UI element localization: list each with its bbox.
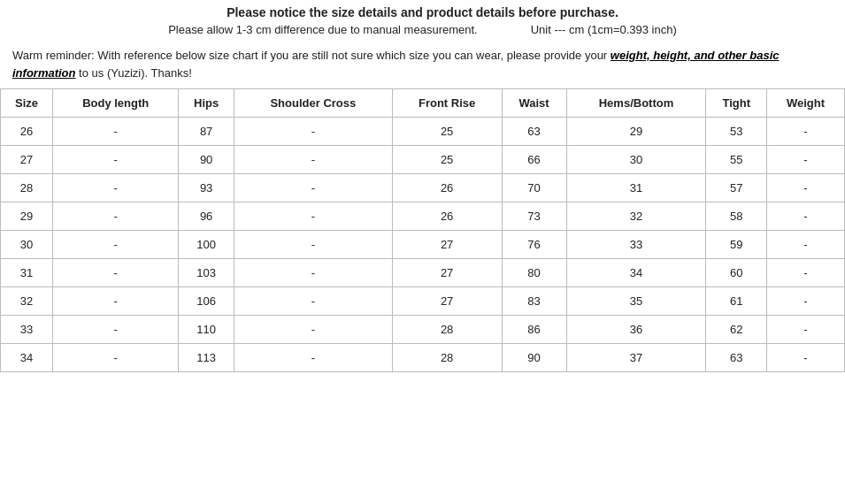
table-cell: 27 — [392, 287, 502, 316]
table-cell: 25 — [392, 146, 502, 174]
table-cell: 25 — [392, 118, 502, 146]
table-cell: 55 — [706, 146, 766, 174]
table-cell: - — [766, 287, 844, 316]
table-cell: 26 — [1, 118, 53, 146]
table-cell: - — [53, 231, 179, 259]
table-cell: 61 — [706, 287, 766, 316]
table-cell: 28 — [1, 174, 53, 202]
table-cell: 90 — [502, 344, 566, 372]
table-cell: 35 — [566, 287, 706, 316]
table-cell: 37 — [566, 344, 706, 372]
column-header: Weight — [766, 89, 844, 118]
table-row: 30-100-27763359- — [1, 231, 845, 259]
table-cell: - — [234, 316, 393, 344]
table-cell: 28 — [392, 344, 502, 372]
table-cell: 87 — [179, 118, 234, 146]
table-cell: - — [234, 344, 393, 372]
table-cell: 66 — [502, 146, 566, 174]
table-cell: 29 — [566, 118, 706, 146]
table-cell: - — [53, 287, 179, 316]
table-cell: 103 — [179, 259, 234, 287]
column-header: Size — [1, 89, 53, 118]
table-cell: - — [234, 118, 393, 146]
table-cell: - — [234, 146, 393, 174]
table-cell: 27 — [392, 231, 502, 259]
table-cell: - — [766, 118, 844, 146]
table-cell: 57 — [706, 174, 766, 202]
table-row: 33-110-28863662- — [1, 316, 845, 344]
table-cell: 110 — [179, 316, 234, 344]
table-cell: 62 — [706, 316, 766, 344]
column-header: Hems/Bottom — [566, 89, 706, 118]
table-cell: 27 — [1, 146, 53, 174]
table-cell: 53 — [706, 118, 766, 146]
size-chart-table: SizeBody lengthHipsShoulder CrossFront R… — [0, 88, 845, 372]
notice-section: Please notice the size details and produ… — [0, 0, 845, 43]
table-cell: 70 — [502, 174, 566, 202]
table-cell: 28 — [392, 316, 502, 344]
table-cell: 27 — [392, 259, 502, 287]
table-cell: - — [234, 174, 393, 202]
table-cell: 58 — [706, 202, 766, 231]
table-cell: - — [234, 231, 393, 259]
table-cell: 34 — [1, 344, 53, 372]
table-cell: - — [766, 259, 844, 287]
table-cell: - — [766, 316, 844, 344]
table-cell: - — [53, 259, 179, 287]
notice-unit: Unit --- cm (1cm=0.393 inch) — [531, 23, 677, 36]
table-cell: 31 — [1, 259, 53, 287]
table-cell: - — [234, 259, 393, 287]
table-row: 28-93-26703157- — [1, 174, 845, 202]
table-cell: - — [53, 174, 179, 202]
table-cell: 32 — [566, 202, 706, 231]
table-cell: - — [53, 316, 179, 344]
table-row: 27-90-25663055- — [1, 146, 845, 174]
table-cell: 86 — [502, 316, 566, 344]
table-cell: 80 — [502, 259, 566, 287]
table-cell: - — [234, 202, 393, 231]
table-cell: 100 — [179, 231, 234, 259]
table-cell: 30 — [1, 231, 53, 259]
table-row: 29-96-26733258- — [1, 202, 845, 231]
table-cell: - — [766, 231, 844, 259]
table-cell: 73 — [502, 202, 566, 231]
table-row: 32-106-27833561- — [1, 287, 845, 316]
table-cell: - — [53, 146, 179, 174]
table-cell: 96 — [179, 202, 234, 231]
notice-line1: Please notice the size details and produ… — [9, 5, 836, 19]
column-header: Tight — [706, 89, 766, 118]
table-cell: 26 — [392, 202, 502, 231]
table-cell: 90 — [179, 146, 234, 174]
table-row: 26-87-25632953- — [1, 118, 845, 146]
table-cell: 33 — [566, 231, 706, 259]
column-header: Waist — [502, 89, 566, 118]
table-cell: 60 — [706, 259, 766, 287]
table-cell: 29 — [1, 202, 53, 231]
column-header: Front Rise — [392, 89, 502, 118]
table-cell: - — [53, 202, 179, 231]
table-header-row: SizeBody lengthHipsShoulder CrossFront R… — [1, 89, 845, 118]
table-cell: - — [234, 287, 393, 316]
table-cell: 63 — [502, 118, 566, 146]
table-cell: 83 — [502, 287, 566, 316]
column-header: Hips — [179, 89, 234, 118]
table-row: 31-103-27803460- — [1, 259, 845, 287]
notice-line2: Please allow 1-3 cm difference due to ma… — [9, 23, 836, 36]
table-cell: 31 — [566, 174, 706, 202]
table-cell: 63 — [706, 344, 766, 372]
table-cell: - — [53, 118, 179, 146]
column-header: Shoulder Cross — [234, 89, 393, 118]
table-cell: 76 — [502, 231, 566, 259]
table-cell: 33 — [1, 316, 53, 344]
table-cell: - — [766, 146, 844, 174]
table-row: 34-113-28903763- — [1, 344, 845, 372]
warm-reminder-suffix: to us (Yuzizi). Thanks! — [76, 66, 192, 80]
warm-reminder-section: Warm reminder: With reference below size… — [0, 43, 845, 88]
table-cell: 106 — [179, 287, 234, 316]
table-cell: 26 — [392, 174, 502, 202]
table-cell: - — [766, 174, 844, 202]
table-cell: 36 — [566, 316, 706, 344]
table-cell: 30 — [566, 146, 706, 174]
table-cell: - — [766, 202, 844, 231]
table-cell: 32 — [1, 287, 53, 316]
